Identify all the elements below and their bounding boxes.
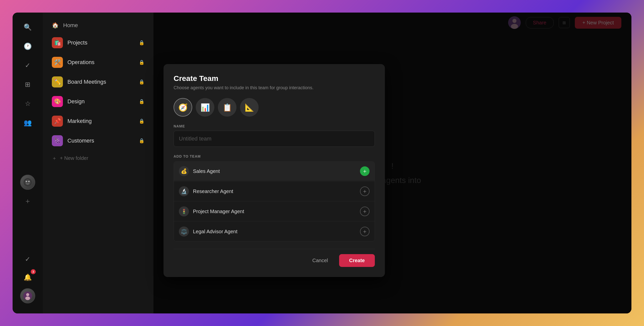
sidebar-item-operations[interactable]: 🛠️ Operations 🔒 [46, 53, 150, 72]
marketing-lock-icon: 🔒 [139, 118, 144, 124]
svg-point-5 [26, 293, 29, 296]
legal-add-button[interactable]: ＋ [360, 227, 370, 236]
board-meetings-label: Board Meetings [67, 79, 134, 85]
new-folder-button[interactable]: ＋ + New folder [46, 151, 150, 166]
create-team-modal: Create Team Choose agents you want to in… [164, 64, 385, 277]
modal-overlay: Create Team Choose agents you want to in… [153, 13, 631, 313]
legal-agent-name: Legal Advisor Agent [193, 229, 356, 235]
researcher-add-button[interactable]: ＋ [360, 187, 370, 196]
customers-label: Customers [67, 137, 134, 144]
marketing-label: Marketing [67, 118, 134, 124]
sales-agent-name: Sales Agent [193, 168, 356, 174]
sales-agent-icon: 💰 [179, 166, 189, 176]
app-window: 🔍 🕐 ✓ ⊞ ☆ 👥 ＋ ✓ 🔔 3 [13, 13, 631, 313]
modal-title: Create Team [174, 74, 375, 83]
customers-lock-icon: 🔒 [139, 138, 144, 144]
add-item-button[interactable]: ＋ [21, 195, 34, 207]
operations-label: Operations [67, 59, 134, 66]
project-manager-agent-name: Project Manager Agent [193, 209, 356, 214]
sidebar-item-projects[interactable]: 🛍️ Projects 🔒 [46, 33, 150, 52]
tasks-icon[interactable]: ✓ [21, 252, 35, 266]
agent-row-researcher[interactable]: 🔬 Researcher Agent ＋ [174, 182, 375, 201]
legal-agent-icon: ⚖️ [179, 226, 189, 237]
customers-icon: 🍇 [52, 135, 63, 146]
board-meetings-lock-icon: 🔒 [139, 79, 144, 85]
researcher-agent-name: Researcher Agent [193, 189, 356, 194]
users-icon[interactable]: 👥 [21, 116, 35, 130]
sidebar: 🏠 Home 🛍️ Projects 🔒 🛠️ Operations 🔒 ✏️ … [43, 13, 153, 313]
star-icon[interactable]: ☆ [21, 97, 35, 111]
notifications-container: 🔔 3 [21, 270, 35, 284]
notification-count: 3 [31, 269, 36, 274]
svg-point-3 [28, 181, 30, 182]
sidebar-item-board-meetings[interactable]: ✏️ Board Meetings 🔒 [46, 72, 150, 91]
svg-point-1 [25, 179, 31, 185]
modal-footer: Cancel Create [174, 249, 375, 267]
design-lock-icon: 🔒 [139, 99, 144, 104]
project-manager-agent-icon: 🚦 [179, 206, 189, 216]
agent-row-project-manager[interactable]: 🚦 Project Manager Agent ＋ [174, 202, 375, 221]
design-icon: 🎨 [52, 96, 63, 107]
new-folder-label: + New folder [60, 155, 88, 161]
agent-icons-row: 🧭 📊 📋 📐 [174, 98, 375, 117]
user-avatar-rail[interactable] [20, 288, 35, 303]
sidebar-item-design[interactable]: 🎨 Design 🔒 [46, 92, 150, 111]
design-label: Design [67, 98, 134, 105]
agent-icon-compass[interactable]: 🧭 [174, 98, 192, 117]
svg-point-6 [25, 296, 30, 300]
add-to-team-label: ADD TO TEAM [174, 154, 375, 158]
create-button[interactable]: Create [339, 254, 375, 267]
bot-avatar[interactable] [20, 175, 35, 190]
sidebar-item-customers[interactable]: 🍇 Customers 🔒 [46, 131, 150, 150]
agent-icon-docs[interactable]: 📋 [218, 98, 236, 117]
check-icon[interactable]: ✓ [21, 58, 35, 72]
name-field-label: NAME [174, 124, 375, 128]
new-folder-plus-icon: ＋ [52, 155, 57, 162]
svg-point-2 [26, 181, 27, 182]
home-icon: 🏠 [52, 22, 59, 29]
cancel-button[interactable]: Cancel [305, 254, 335, 267]
agent-icon-chart[interactable]: 📊 [196, 98, 214, 117]
sidebar-item-marketing[interactable]: 📌 Marketing 🔒 [46, 112, 150, 131]
researcher-agent-icon: 🔬 [179, 186, 189, 196]
marketing-icon: 📌 [52, 116, 63, 127]
icon-rail: 🔍 🕐 ✓ ⊞ ☆ 👥 ＋ ✓ 🔔 3 [13, 13, 43, 313]
project-manager-add-button[interactable]: ＋ [360, 207, 370, 216]
calendar-icon[interactable]: ⊞ [21, 77, 35, 91]
agent-icon-ruler[interactable]: 📐 [240, 98, 259, 117]
main-content: Share ⊞ + New Project ! your agents into… [153, 13, 631, 313]
projects-lock-icon: 🔒 [139, 40, 144, 45]
projects-label: Projects [67, 39, 134, 46]
operations-icon: 🛠️ [52, 57, 63, 68]
clock-icon[interactable]: 🕐 [21, 39, 35, 53]
agent-row-legal[interactable]: ⚖️ Legal Advisor Agent ＋ [174, 222, 375, 241]
sidebar-item-home[interactable]: 🏠 Home [46, 18, 150, 33]
sales-add-button[interactable]: ＋ [360, 166, 370, 176]
team-name-input[interactable] [174, 131, 375, 147]
home-label: Home [63, 22, 78, 29]
modal-subtitle: Choose agents you want to include in thi… [174, 85, 375, 90]
agent-list: 💰 Sales Agent ＋ 🔬 Researcher Agent ＋ 🚦 P… [174, 161, 375, 241]
search-icon[interactable]: 🔍 [21, 20, 35, 34]
board-meetings-icon: ✏️ [52, 76, 63, 87]
operations-lock-icon: 🔒 [139, 60, 144, 65]
projects-icon: 🛍️ [52, 37, 63, 48]
agent-row-sales[interactable]: 💰 Sales Agent ＋ [174, 162, 375, 181]
